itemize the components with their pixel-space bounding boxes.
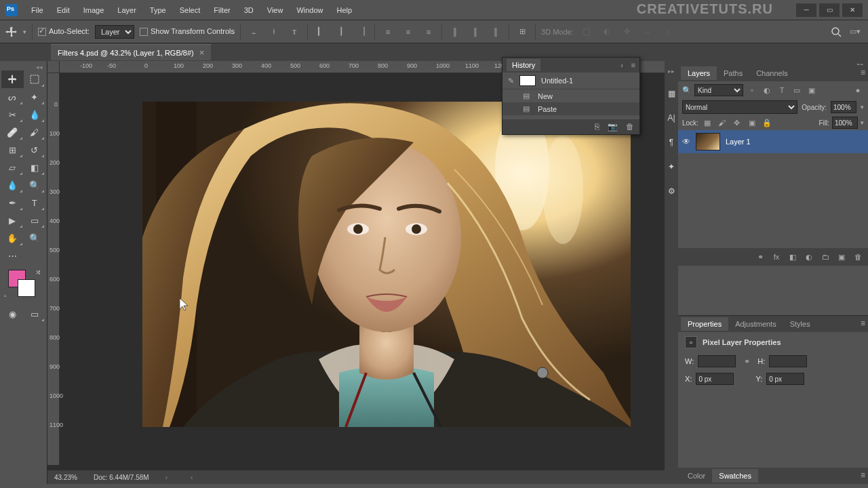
dist-hcenter-icon[interactable]: ║ <box>468 24 483 39</box>
layer-name[interactable]: Layer 1 <box>726 138 751 146</box>
menu-select[interactable]: Select <box>173 6 208 14</box>
layer-row[interactable]: 👁 Layer 1 <box>678 130 868 153</box>
layer-fx-icon[interactable]: fx <box>770 251 783 263</box>
eraser-tool[interactable]: ▱ <box>1 159 24 176</box>
ruler-origin[interactable] <box>47 61 60 73</box>
lock-position-icon[interactable]: ✥ <box>731 117 743 129</box>
move-tool[interactable] <box>1 70 24 88</box>
prop-w-input[interactable] <box>698 355 736 367</box>
pen-tool[interactable]: ✒ <box>1 194 24 211</box>
dock-paragraph-icon[interactable]: ¶ <box>666 137 677 148</box>
link-wh-icon[interactable]: ⚭ <box>740 357 753 366</box>
quick-mask-icon[interactable]: ◉ <box>1 305 24 323</box>
menu-filter[interactable]: Filter <box>207 6 237 14</box>
new-layer-icon[interactable]: ▣ <box>835 251 848 263</box>
layer-group-icon[interactable]: 🗀 <box>819 251 831 263</box>
3d-orbit-icon[interactable]: ◯ <box>579 24 594 39</box>
window-close-button[interactable]: ✕ <box>842 3 863 17</box>
align-vcenter-icon[interactable]: ⫲ <box>267 24 281 39</box>
layer-mask-icon[interactable]: ◧ <box>787 251 799 263</box>
auto-select-checkbox[interactable]: Auto-Select: <box>38 27 90 36</box>
background-color[interactable] <box>18 279 35 297</box>
dodge-tool[interactable]: 🔍 <box>24 176 46 194</box>
history-brush-source-icon[interactable]: ✎ <box>508 77 514 85</box>
filter-pixel-icon[interactable]: ▫ <box>746 84 758 96</box>
tab-swatches[interactable]: Swatches <box>712 469 758 483</box>
lock-pixels-icon[interactable]: 🖌 <box>716 117 728 129</box>
window-minimize-button[interactable]: ─ <box>796 3 816 17</box>
prop-y-input[interactable] <box>766 373 804 385</box>
menu-edit[interactable]: Edit <box>50 6 77 14</box>
brush-tool[interactable]: 🖌 <box>24 123 46 141</box>
blend-mode-select[interactable]: Normal <box>682 100 797 114</box>
tab-adjustments[interactable]: Adjustments <box>728 317 783 331</box>
clone-stamp-tool[interactable]: ⊞ <box>1 141 24 159</box>
3d-slide-icon[interactable]: ↔ <box>640 24 655 39</box>
align-hcenter-icon[interactable]: ┃ <box>334 24 349 39</box>
lock-all-icon[interactable]: 🔒 <box>761 117 773 129</box>
magic-wand-tool[interactable]: ✦ <box>24 88 46 106</box>
history-item[interactable]: ▤ Paste <box>502 102 639 115</box>
filter-shape-icon[interactable]: ▭ <box>791 84 803 96</box>
filter-toggle-icon[interactable]: ● <box>852 84 864 96</box>
crop-tool[interactable]: ✂ <box>1 106 24 123</box>
tab-layers[interactable]: Layers <box>681 66 717 80</box>
menu-file[interactable]: File <box>24 6 50 14</box>
layer-thumbnail[interactable] <box>696 133 720 150</box>
dist-left-icon[interactable]: ║ <box>448 24 462 39</box>
tab-channels[interactable]: Channels <box>749 66 794 80</box>
hand-tool[interactable]: ✋ <box>1 229 24 247</box>
filter-adjust-icon[interactable]: ◐ <box>761 84 773 96</box>
menu-image[interactable]: Image <box>77 6 111 14</box>
menu-3d[interactable]: 3D <box>237 6 260 14</box>
default-colors-icon[interactable]: ▫ <box>4 292 7 300</box>
3d-zoom-icon[interactable]: ⌕ <box>660 24 675 39</box>
tab-paths[interactable]: Paths <box>717 66 749 80</box>
swap-colors-icon[interactable]: ⤭ <box>35 268 41 276</box>
document-tab[interactable]: Filters 4.psd @ 43.2% (Layer 1, RGB/8#) … <box>51 44 211 60</box>
history-panel-menu-icon[interactable]: ≡ <box>631 61 635 69</box>
color-panel-menu-icon[interactable]: ≡ <box>861 470 865 480</box>
new-snapshot-icon[interactable]: 📷 <box>608 122 618 131</box>
workspace-switcher-icon[interactable]: ▭▾ <box>848 24 863 39</box>
zoom-level[interactable]: 43.23% <box>54 474 77 481</box>
fill-dropdown-icon[interactable]: ▾ <box>861 119 864 126</box>
3d-pan-icon[interactable]: ✥ <box>620 24 635 39</box>
document-canvas[interactable] <box>142 102 631 427</box>
path-select-tool[interactable]: ▶ <box>1 211 24 229</box>
history-panel[interactable]: History › ≡ ✎ Untitled-1 ▤ New ▤ Paste ⎘… <box>502 57 640 135</box>
layer-visibility-icon[interactable]: 👁 <box>682 137 690 146</box>
lock-artboard-icon[interactable]: ▣ <box>746 117 758 129</box>
align-right-icon[interactable]: ▕ <box>354 24 369 39</box>
dist-top-icon[interactable]: ≡ <box>380 24 395 39</box>
layer-filter-kind[interactable]: Kind <box>694 84 743 96</box>
tab-history[interactable]: History <box>507 59 540 71</box>
window-maximize-button[interactable]: ▭ <box>819 3 840 17</box>
layers-panel-menu-icon[interactable]: ≡ <box>861 68 865 77</box>
menu-help[interactable]: Help <box>330 6 359 14</box>
properties-panel-menu-icon[interactable]: ≡ <box>861 319 865 328</box>
history-snapshot[interactable]: ✎ Untitled-1 <box>502 73 639 89</box>
delete-state-icon[interactable]: 🗑 <box>626 122 634 131</box>
dock-libraries-icon[interactable]: ▦ <box>666 88 677 99</box>
show-transform-checkbox[interactable]: Show Transform Controls <box>140 27 235 36</box>
marquee-tool[interactable] <box>24 70 46 88</box>
status-chevron-icon[interactable]: › <box>165 474 167 481</box>
opacity-dropdown-icon[interactable]: ▾ <box>861 104 864 110</box>
filter-smart-icon[interactable]: ▣ <box>806 84 818 96</box>
dock-brushes-icon[interactable]: ✦ <box>666 161 677 172</box>
align-left-icon[interactable]: ▎ <box>313 24 328 39</box>
lasso-tool[interactable]: ᔕ <box>1 88 24 106</box>
prop-x-input[interactable] <box>696 373 734 385</box>
adjustment-layer-icon[interactable]: ◐ <box>803 251 815 263</box>
close-tab-icon[interactable]: × <box>199 47 205 58</box>
auto-align-icon[interactable]: ⊞ <box>515 24 530 39</box>
dock-settings-icon[interactable]: ⚙ <box>666 186 677 197</box>
link-layers-icon[interactable]: ⚭ <box>754 251 766 263</box>
new-document-from-state-icon[interactable]: ⎘ <box>595 122 599 131</box>
align-bottom-icon[interactable]: ⫪ <box>287 24 302 39</box>
menu-layer[interactable]: Layer <box>111 6 143 14</box>
type-tool[interactable]: T <box>24 194 46 211</box>
history-collapse-icon[interactable]: › <box>620 61 623 69</box>
dist-bottom-icon[interactable]: ≡ <box>421 24 436 39</box>
